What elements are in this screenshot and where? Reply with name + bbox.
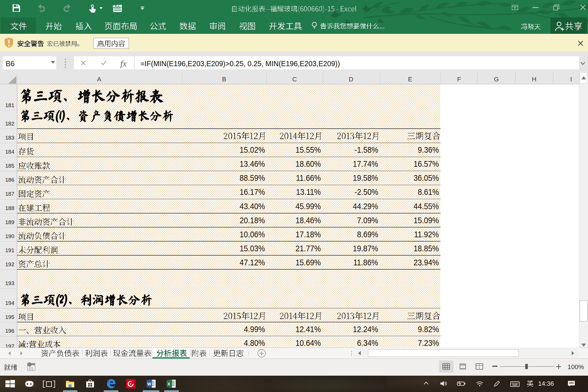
svg-text:W: W (147, 382, 151, 386)
svg-text:X: X (168, 382, 170, 386)
